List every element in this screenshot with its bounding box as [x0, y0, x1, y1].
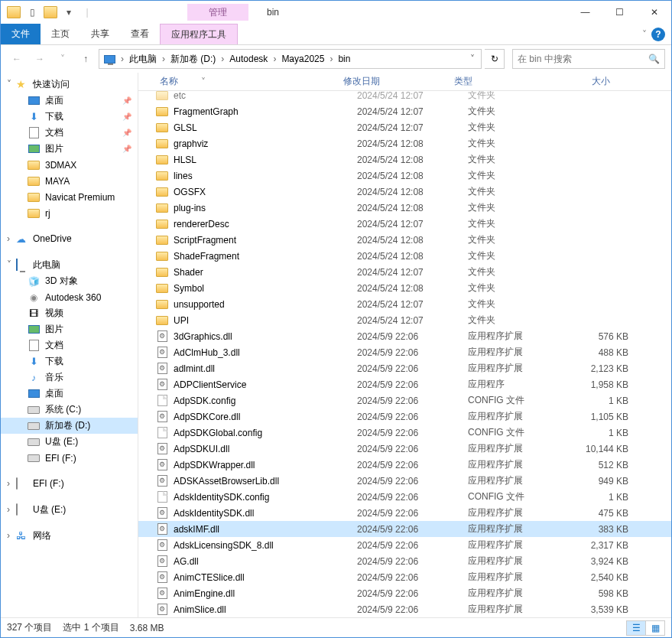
sidebar-usb[interactable]: › U盘 (E:): [1, 501, 138, 518]
file-row[interactable]: ADPClientService2024/5/9 22:06应用程序1,958 …: [138, 376, 671, 392]
file-row[interactable]: UPI2024/5/24 12:07文件夹: [138, 312, 671, 328]
refresh-button[interactable]: ↻: [485, 49, 505, 69]
file-row[interactable]: rendererDesc2024/5/24 12:07文件夹: [138, 216, 671, 232]
file-row[interactable]: AdpSDKCore.dll2024/5/9 22:06应用程序扩展1,105 …: [138, 409, 671, 425]
up-button[interactable]: ↑: [76, 49, 96, 69]
file-row[interactable]: AdskLicensingSDK_8.dll2024/5/9 22:06应用程序…: [138, 537, 671, 553]
search-input[interactable]: [518, 54, 648, 64]
breadcrumb-item[interactable]: bin: [335, 50, 353, 68]
file-row[interactable]: AdClmHub_3.dll2024/5/9 22:06应用程序扩展488 KB: [138, 344, 671, 360]
qat-properties-button[interactable]: ▯: [24, 4, 41, 21]
file-row[interactable]: AnimSlice.dll2024/5/9 22:06应用程序扩展3,539 K…: [138, 601, 671, 617]
ribbon-tab-file[interactable]: 文件: [1, 24, 41, 44]
ribbon-tab-share[interactable]: 共享: [80, 24, 120, 44]
sidebar-item[interactable]: U盘 (E:): [1, 434, 138, 450]
file-row[interactable]: graphviz2024/5/24 12:08文件夹: [138, 135, 671, 151]
sidebar-item[interactable]: 文档: [1, 125, 138, 141]
maximize-button[interactable]: ☐: [602, 2, 637, 24]
sidebar-item[interactable]: rj: [1, 205, 138, 221]
search-box[interactable]: 🔍: [512, 49, 665, 69]
sidebar-item[interactable]: ◉Autodesk 360: [1, 289, 138, 305]
sidebar-item[interactable]: 🧊3D 对象: [1, 273, 138, 289]
file-name: AnimEngine.dll: [174, 588, 357, 599]
breadcrumb-item[interactable]: 新加卷 (D:): [167, 50, 219, 68]
help-button[interactable]: ?: [651, 28, 665, 41]
file-row[interactable]: ScriptFragment2024/5/24 12:08文件夹: [138, 232, 671, 248]
file-name: AdClmHub_3.dll: [174, 347, 357, 358]
file-row[interactable]: plug-ins2024/5/24 12:08文件夹: [138, 200, 671, 216]
forward-button[interactable]: →: [30, 49, 50, 69]
file-row[interactable]: OGSFX2024/5/24 12:08文件夹: [138, 184, 671, 200]
sidebar-efi[interactable]: › EFI (F:): [1, 475, 138, 492]
file-row[interactable]: AdpSDKGlobal.config2024/5/9 22:06CONFIG …: [138, 425, 671, 441]
sidebar-this-pc[interactable]: ˅ 此电脑: [1, 256, 138, 273]
file-row[interactable]: Shader2024/5/24 12:07文件夹: [138, 264, 671, 280]
ribbon-tab-home[interactable]: 主页: [41, 24, 80, 44]
sidebar-onedrive[interactable]: ›☁ OneDrive: [1, 230, 138, 247]
ribbon-tab-view[interactable]: 查看: [120, 24, 160, 44]
ribbon-expand-button[interactable]: ˅: [642, 29, 647, 40]
breadcrumb-dropdown-button[interactable]: ˅: [466, 54, 479, 64]
file-row[interactable]: etc2024/5/24 12:07文件夹: [138, 91, 671, 103]
file-row[interactable]: AnimEngine.dll2024/5/9 22:06应用程序扩展598 KB: [138, 585, 671, 601]
address-bar: ← → ˅ ↑ › 此电脑› 新加卷 (D:)› Autodesk› Maya2…: [1, 45, 671, 73]
file-row[interactable]: AdskIdentitySDK.dll2024/5/9 22:06应用程序扩展4…: [138, 505, 671, 521]
view-details-button[interactable]: ☰: [626, 620, 646, 636]
navigation-pane[interactable]: ˅★ 快速访问 桌面⬇下载文档图片3DMAXMAYANavicat Premiu…: [1, 73, 138, 617]
file-row[interactable]: Symbol2024/5/24 12:08文件夹: [138, 280, 671, 296]
minimize-button[interactable]: —: [568, 2, 602, 24]
sidebar-item[interactable]: 系统 (C:): [1, 402, 138, 418]
file-row[interactable]: AdskIdentitySDK.config2024/5/9 22:06CONF…: [138, 489, 671, 505]
file-size: 1 KB: [575, 395, 644, 406]
sidebar-item[interactable]: 桌面: [1, 386, 138, 402]
breadcrumb-item[interactable]: 此电脑: [126, 50, 160, 68]
sidebar-item[interactable]: 3DMAX: [1, 157, 138, 173]
file-list[interactable]: etc2024/5/24 12:07文件夹FragmentGraph2024/5…: [138, 91, 671, 617]
sidebar-quick-access[interactable]: ˅★ 快速访问: [1, 76, 138, 93]
breadcrumb-box[interactable]: › 此电脑› 新加卷 (D:)› Autodesk› Maya2025› bin…: [99, 49, 482, 69]
ribbon-tab-app-tools[interactable]: 应用程序工具: [160, 24, 238, 44]
view-large-icons-button[interactable]: ▦: [645, 620, 665, 636]
file-row[interactable]: HLSL2024/5/24 12:08文件夹: [138, 151, 671, 168]
file-row[interactable]: AdpSDK.config2024/5/9 22:06CONFIG 文件1 KB: [138, 392, 671, 409]
sidebar-item[interactable]: ♪音乐: [1, 369, 138, 386]
sidebar-network[interactable]: ›🖧 网络: [1, 527, 138, 544]
file-row[interactable]: adlmint.dll2024/5/9 22:06应用程序扩展2,123 KB: [138, 360, 671, 376]
breadcrumb-root-icon[interactable]: [101, 50, 118, 68]
sidebar-item[interactable]: EFI (F:): [1, 450, 138, 466]
file-row[interactable]: ShadeFragment2024/5/24 12:08文件夹: [138, 248, 671, 264]
file-row[interactable]: AdpSDKWrapper.dll2024/5/9 22:06应用程序扩展512…: [138, 457, 671, 473]
sidebar-item[interactable]: MAYA: [1, 173, 138, 189]
file-row[interactable]: 3dGraphics.dll2024/5/9 22:06应用程序扩展576 KB: [138, 328, 671, 344]
file-row[interactable]: GLSL2024/5/24 12:07文件夹: [138, 119, 671, 135]
file-row[interactable]: AG.dll2024/5/9 22:06应用程序扩展3,924 KB: [138, 553, 671, 569]
column-size[interactable]: 大小: [557, 73, 625, 90]
sidebar-item[interactable]: ⬇下载: [1, 353, 138, 369]
breadcrumb-item[interactable]: Maya2025: [278, 50, 327, 68]
file-row[interactable]: FragmentGraph2024/5/24 12:07文件夹: [138, 103, 671, 119]
column-type[interactable]: 类型: [450, 73, 557, 90]
back-button[interactable]: ←: [7, 49, 27, 69]
search-icon[interactable]: 🔍: [648, 54, 660, 64]
file-row[interactable]: ADSKAssetBrowserLib.dll2024/5/9 22:06应用程…: [138, 473, 671, 489]
qat-new-folder-button[interactable]: [42, 4, 59, 21]
file-row[interactable]: unsupported2024/5/24 12:07文件夹: [138, 296, 671, 312]
close-button[interactable]: ✕: [637, 2, 671, 24]
file-row[interactable]: adskIMF.dll2024/5/9 22:06应用程序扩展383 KB: [138, 521, 671, 537]
sidebar-item[interactable]: Navicat Premium: [1, 189, 138, 205]
recent-button[interactable]: ˅: [53, 49, 73, 69]
sidebar-item[interactable]: ⬇下载: [1, 109, 138, 125]
sidebar-item[interactable]: 桌面: [1, 93, 138, 109]
file-row[interactable]: AdpSDKUI.dll2024/5/9 22:06应用程序扩展10,144 K…: [138, 441, 671, 457]
qat-dropdown-button[interactable]: ▾: [60, 4, 77, 21]
sidebar-item[interactable]: 图片: [1, 141, 138, 157]
file-row[interactable]: AnimCTESlice.dll2024/5/9 22:06应用程序扩展2,54…: [138, 569, 671, 585]
file-row[interactable]: lines2024/5/24 12:08文件夹: [138, 168, 671, 184]
sidebar-item[interactable]: 文档: [1, 337, 138, 353]
breadcrumb-item[interactable]: Autodesk: [226, 50, 271, 68]
column-name[interactable]: 名称: [155, 73, 339, 90]
column-date[interactable]: 修改日期: [339, 73, 450, 90]
sidebar-item[interactable]: 🎞视频: [1, 305, 138, 321]
sidebar-item[interactable]: 新加卷 (D:): [1, 418, 138, 434]
sidebar-item[interactable]: 图片: [1, 321, 138, 337]
